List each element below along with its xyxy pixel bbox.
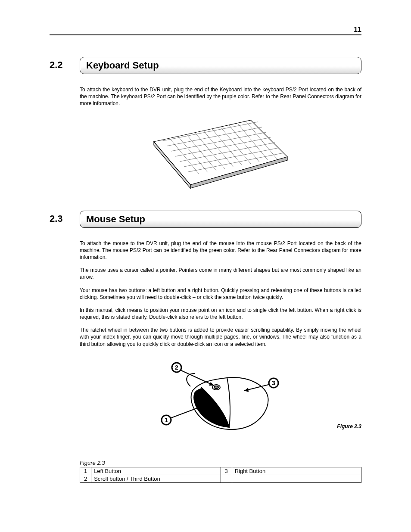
paragraph: In this manual, click means to position …	[80, 307, 361, 320]
table-cell-label: Right Button	[232, 467, 361, 475]
mouse-illustration-wrap: 2 1 3 Figure 2.3	[80, 356, 361, 442]
keyboard-icon	[152, 116, 290, 189]
figure-caption: Figure 2.3	[337, 423, 361, 429]
mouse-icon: 2 1 3	[160, 356, 281, 442]
paragraph: Your mouse has two buttons: a left butto…	[80, 287, 361, 301]
table-cell-num: 3	[221, 467, 232, 475]
table-caption: Figure 2.3	[80, 460, 361, 466]
paragraph: To attach the mouse to the DVR unit, plu…	[80, 240, 361, 261]
paragraph: The mouse uses a cursor called a pointer…	[80, 267, 361, 280]
callout-two: 2	[175, 364, 178, 371]
table-row: 2 Scroll button / Third Button	[80, 475, 361, 482]
page-header: 11	[50, 26, 361, 35]
keyboard-illustration	[80, 116, 361, 189]
body-text-keyboard: To attach the keyboard to the DVR unit, …	[80, 86, 361, 107]
callout-three: 3	[272, 380, 275, 386]
svg-point-21	[214, 386, 218, 389]
table-row: 1 Left Button 3 Right Button	[80, 467, 361, 475]
section-title: Keyboard Setup	[80, 57, 361, 74]
section-number: 2.2	[50, 57, 80, 74]
page-number: 11	[354, 26, 361, 33]
paragraph: To attach the keyboard to the DVR unit, …	[80, 86, 361, 107]
table-cell-num: 1	[80, 467, 91, 475]
page: 11 2.2 Keyboard Setup To attach the keyb…	[0, 0, 411, 509]
section-heading-mouse: 2.3 Mouse Setup	[50, 211, 361, 228]
section-heading-keyboard: 2.2 Keyboard Setup	[50, 57, 361, 74]
table-cell-label: Scroll button / Third Button	[91, 475, 221, 482]
callout-one: 1	[165, 417, 168, 423]
section-title: Mouse Setup	[80, 211, 361, 228]
table-cell-label: Left Button	[91, 467, 221, 475]
table-cell-label	[232, 475, 361, 482]
paragraph: The ratchet wheel in between the two but…	[80, 327, 361, 348]
svg-line-22	[178, 369, 214, 386]
table-cell-num	[221, 475, 232, 482]
body-text-mouse: To attach the mouse to the DVR unit, plu…	[80, 240, 361, 348]
section-number: 2.3	[50, 211, 80, 228]
table-cell-num: 2	[80, 475, 91, 482]
figure-table: 1 Left Button 3 Right Button 2 Scroll bu…	[80, 467, 361, 483]
svg-marker-0	[154, 120, 287, 185]
